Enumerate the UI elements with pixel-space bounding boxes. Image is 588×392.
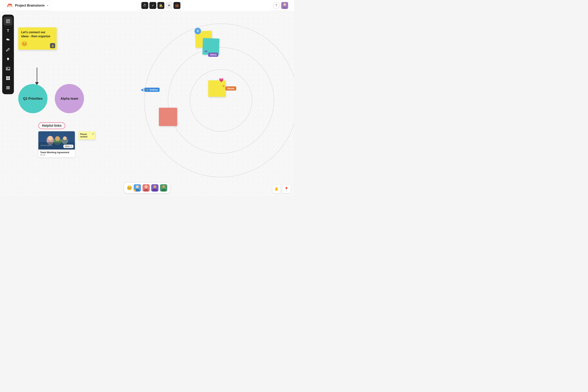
bottom-bar: 😊 ★ bbox=[124, 183, 170, 193]
svg-rect-16 bbox=[6, 88, 10, 88]
arrow-line bbox=[37, 68, 37, 82]
header-left: Project Brainstorm ▾ bbox=[4, 1, 51, 10]
sidebar-item-grid[interactable] bbox=[4, 74, 12, 82]
avatar-2-svg bbox=[142, 184, 150, 192]
sidebar-item-menu[interactable] bbox=[4, 83, 12, 92]
avatar-4-svg bbox=[160, 184, 167, 192]
svg-point-37 bbox=[145, 185, 148, 188]
avatar-svg bbox=[281, 2, 288, 9]
svg-marker-31 bbox=[222, 85, 225, 88]
avatar-3[interactable] bbox=[151, 184, 158, 192]
andrea-label: ★ Andrea bbox=[144, 88, 160, 92]
svg-point-40 bbox=[154, 185, 156, 188]
briefcase-button[interactable]: 💼 bbox=[174, 2, 180, 9]
svg-rect-14 bbox=[8, 78, 10, 80]
sidebar-item-image[interactable] bbox=[4, 64, 12, 73]
simon-cursor-arrow bbox=[222, 85, 225, 88]
svg-point-34 bbox=[136, 185, 139, 188]
svg-point-22 bbox=[55, 136, 60, 141]
canvas: Let's connect our ideas - then organize … bbox=[0, 11, 294, 196]
canvas-sticky-salmon[interactable] bbox=[159, 108, 177, 126]
svg-rect-17 bbox=[6, 88, 10, 89]
svg-rect-9 bbox=[6, 67, 10, 70]
lock-icon: 🔒 bbox=[50, 43, 55, 48]
menu-icon bbox=[6, 86, 10, 90]
clock-button[interactable]: ⏱ bbox=[141, 2, 148, 9]
svg-text:working together: working together bbox=[40, 144, 52, 146]
link-card[interactable]: working together Open ↗ Team Working Agr… bbox=[38, 131, 75, 158]
star-badge-icon: ★ bbox=[134, 189, 136, 192]
avatar-4[interactable] bbox=[160, 184, 167, 192]
svg-marker-30 bbox=[204, 50, 208, 54]
svg-point-1 bbox=[284, 3, 286, 6]
cursor-button[interactable]: ✦ bbox=[166, 2, 172, 9]
bottom-right-controls: ✋ 📍 bbox=[272, 185, 290, 193]
location-button[interactable]: 📍 bbox=[282, 185, 290, 193]
project-title: Project Brainstorm bbox=[15, 4, 44, 8]
sidebar-item-shapes[interactable] bbox=[4, 36, 12, 44]
olivia-cursor-arrow bbox=[204, 50, 208, 54]
hand-button[interactable]: ✋ bbox=[272, 185, 280, 193]
header: Project Brainstorm ▾ ⏱ ✓ 🕵 ✦ 💼 ? bbox=[0, 0, 294, 11]
alpha-team-circle[interactable]: Alpha team bbox=[55, 84, 84, 113]
svg-rect-15 bbox=[6, 86, 10, 87]
review-check-icon: ✓ bbox=[92, 132, 94, 136]
link-card-image: working together Open ↗ bbox=[38, 131, 75, 150]
main-sticky-note[interactable]: Let's connect our ideas - then organize … bbox=[18, 28, 56, 50]
svg-point-28 bbox=[168, 48, 274, 153]
q1-priorities-circle[interactable]: Q1 Priorities bbox=[18, 84, 48, 113]
arrow-down bbox=[35, 68, 39, 85]
check-button[interactable]: ✓ bbox=[149, 2, 156, 9]
avatar-3-svg bbox=[151, 184, 158, 192]
review-sticky[interactable]: Please review! ✓ bbox=[78, 132, 95, 140]
svg-rect-11 bbox=[6, 76, 8, 78]
helpful-links-section: Helpful links working together bbox=[38, 122, 75, 158]
andrea-cursor-arrow bbox=[140, 88, 144, 92]
olivia-label: Olivia bbox=[208, 52, 218, 57]
concentric-circles: 8 Olivia 💗 Simon bbox=[130, 16, 294, 184]
sticky-text: Let's connect our ideas - then organize bbox=[21, 30, 54, 38]
shapes-icon bbox=[6, 38, 10, 42]
logo-icon bbox=[6, 2, 13, 9]
image-icon bbox=[6, 66, 10, 71]
svg-point-7 bbox=[6, 38, 8, 40]
avatar-1[interactable]: ★ bbox=[134, 184, 141, 192]
sidebar-item-notes[interactable] bbox=[4, 17, 12, 26]
user-avatar-button[interactable] bbox=[281, 2, 288, 9]
pen-icon bbox=[6, 48, 10, 52]
svg-point-26 bbox=[63, 136, 67, 140]
svg-rect-12 bbox=[8, 76, 10, 78]
sidebar: T bbox=[2, 14, 14, 94]
sidebar-item-ai[interactable] bbox=[4, 55, 12, 64]
spy-button[interactable]: 🕵 bbox=[158, 2, 164, 9]
sticky-emoji: 😊 bbox=[21, 41, 54, 47]
dropdown-arrow-icon[interactable]: ▾ bbox=[47, 4, 48, 7]
ai-icon bbox=[6, 57, 10, 61]
canvas-sticky-yellow-mid[interactable]: 💗 bbox=[208, 80, 226, 97]
svg-point-27 bbox=[144, 24, 294, 177]
avatar-2[interactable] bbox=[142, 184, 150, 192]
heart-icon: 💗 bbox=[219, 78, 224, 82]
notes-icon bbox=[6, 19, 10, 23]
link-card-source: Mural bbox=[40, 154, 73, 156]
number-badge: 8 bbox=[194, 28, 201, 34]
grid-icon bbox=[6, 76, 10, 80]
sidebar-item-pen[interactable] bbox=[4, 45, 12, 54]
andrea-star-icon: ★ bbox=[146, 88, 148, 91]
open-link-button[interactable]: Open ↗ bbox=[63, 144, 74, 148]
svg-marker-32 bbox=[140, 88, 144, 92]
avatar-image bbox=[281, 2, 288, 9]
toolbar: ⏱ ✓ 🕵 ✦ 💼 bbox=[138, 0, 183, 10]
emoji-button[interactable]: 😊 bbox=[127, 185, 132, 190]
simon-label: Simon bbox=[225, 86, 236, 90]
svg-rect-13 bbox=[6, 78, 8, 80]
svg-point-20 bbox=[48, 136, 52, 140]
text-icon: T bbox=[7, 29, 9, 33]
helpful-links-label: Helpful links bbox=[38, 122, 65, 129]
help-button[interactable]: ? bbox=[273, 2, 280, 9]
link-card-footer: Team Working Agreement Mural bbox=[38, 150, 75, 158]
sidebar-item-text[interactable]: T bbox=[4, 26, 12, 35]
svg-point-43 bbox=[162, 185, 165, 188]
link-card-title: Team Working Agreement bbox=[40, 151, 73, 154]
header-right: ? bbox=[271, 0, 290, 10]
